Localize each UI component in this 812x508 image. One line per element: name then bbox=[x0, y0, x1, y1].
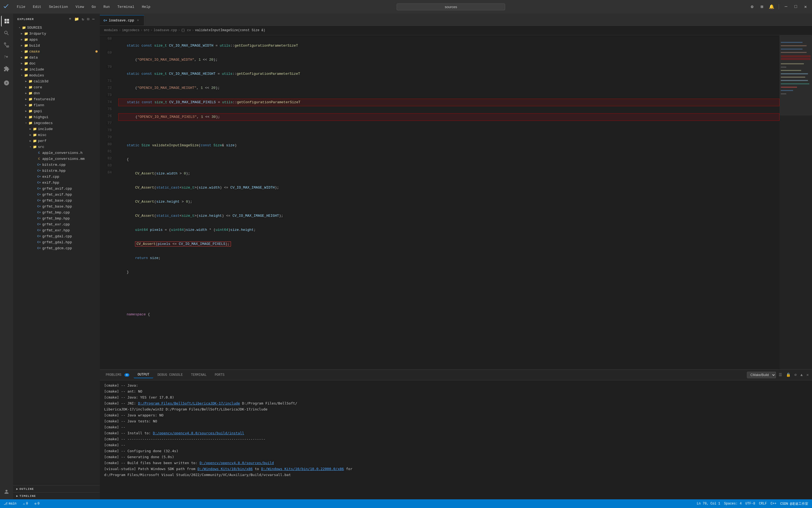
activity-source-control[interactable] bbox=[1, 40, 12, 50]
tree-item-apple-h[interactable]: ▶ C apple_conversions.h bbox=[13, 150, 100, 156]
activity-ai[interactable] bbox=[1, 78, 12, 88]
tree-item-apps[interactable]: ▶ 📁 apps bbox=[13, 37, 100, 43]
tree-item-doc[interactable]: ▶ 📁 doc bbox=[13, 60, 100, 67]
tab-debug-console[interactable]: DEBUG CONSOLE bbox=[154, 372, 187, 378]
tree-item-data[interactable]: ▶ 📁 data bbox=[13, 54, 100, 60]
tree-item-flann[interactable]: ▶ 📁 flann bbox=[13, 102, 100, 108]
build-link[interactable]: D:/opencv/opencv4.8.0/sources/build bbox=[199, 461, 274, 465]
tree-item-features2d[interactable]: ▶ 📁 features2d bbox=[13, 96, 100, 102]
notifications-btn[interactable]: 🔔 bbox=[768, 3, 775, 10]
menu-go[interactable]: Go bbox=[88, 4, 99, 10]
breadcrumb-modules[interactable]: modules bbox=[104, 29, 118, 32]
tree-item-grfmt-gdal-cpp[interactable]: ▶ C+ grfmt_gdal.cpp bbox=[13, 233, 100, 239]
new-folder-icon[interactable]: 📁 bbox=[74, 16, 80, 22]
terminal-dropdown[interactable]: CMake/Build bbox=[747, 372, 776, 378]
lock-btn[interactable]: 🔒 bbox=[785, 372, 792, 378]
tree-item-dnn[interactable]: ▶ 📁 dnn bbox=[13, 90, 100, 96]
tab-close-btn[interactable]: × bbox=[136, 18, 140, 23]
breadcrumb-file[interactable]: loadsave.cpp bbox=[153, 29, 177, 32]
activity-explorer[interactable] bbox=[1, 16, 12, 27]
breadcrumb-src[interactable]: src bbox=[144, 29, 150, 32]
menu-terminal[interactable]: Terminal bbox=[114, 4, 138, 10]
status-errors[interactable]: ⚠ 0 bbox=[22, 502, 30, 506]
search-input[interactable] bbox=[397, 3, 505, 10]
tree-item-gapi[interactable]: ▶ 📁 gapi bbox=[13, 108, 100, 114]
tree-item-apple-mm[interactable]: ▶ C apple_conversions.mm bbox=[13, 156, 100, 162]
install-link[interactable]: D:/opencv/opencv4.8.0/sources/build/inst… bbox=[153, 431, 244, 435]
tree-root-sources[interactable]: ▾ 📁 SOURCES bbox=[13, 25, 100, 31]
menu-run[interactable]: Run bbox=[100, 4, 113, 10]
tree-item-exif-hpp[interactable]: ▶ C+ exif.hpp bbox=[13, 180, 100, 185]
tree-item-build[interactable]: ▶ 📁 build bbox=[13, 43, 100, 48]
menu-file[interactable]: File bbox=[13, 4, 29, 10]
activity-account[interactable] bbox=[1, 486, 12, 497]
collapse-all-icon[interactable]: ⊟ bbox=[86, 16, 90, 22]
tab-ports[interactable]: PORTS bbox=[211, 372, 228, 378]
close-btn[interactable]: ✕ bbox=[802, 3, 809, 10]
status-indentation[interactable]: Spaces: 4 bbox=[723, 502, 743, 506]
status-cursor-pos[interactable]: Ln 70, Col 1 bbox=[695, 502, 722, 506]
timeline-section-header[interactable]: ▶ TIMELINE bbox=[13, 492, 100, 499]
tree-item-grfmt-base-cpp[interactable]: ▶ C+ grfmt_base.cpp bbox=[13, 198, 100, 204]
tree-item-grfmt-exr-hpp[interactable]: ▶ C+ grfmt_exr.hpp bbox=[13, 227, 100, 233]
tab-problems[interactable]: PROBLEMS 6 bbox=[102, 372, 133, 378]
jni-link[interactable]: D:/Program Files/BellSoft/LibericaJDK-17… bbox=[138, 401, 240, 405]
breadcrumb-imgcodecs[interactable]: imgcodecs bbox=[122, 29, 140, 32]
activity-extensions[interactable] bbox=[1, 64, 12, 74]
tree-item-core[interactable]: ▶ 📁 core bbox=[13, 84, 100, 90]
breadcrumb-namespace[interactable]: {} cv bbox=[181, 29, 191, 32]
maximize-btn[interactable]: □ bbox=[792, 3, 800, 10]
open-remote-btn[interactable]: ⊞ bbox=[758, 3, 766, 10]
status-warnings[interactable]: ⊘ 0 bbox=[33, 502, 41, 506]
tree-item-imgcodecs-include[interactable]: ▶ 📁 include bbox=[13, 126, 100, 132]
refresh-icon[interactable]: ↻ bbox=[81, 16, 85, 22]
tree-item-grfmt-exr-cpp[interactable]: ▶ C+ grfmt_exr.cpp bbox=[13, 221, 100, 227]
menu-help[interactable]: Help bbox=[139, 4, 153, 10]
tree-item-bitstrm-cpp[interactable]: ▶ C+ bitstrm.cpp bbox=[13, 162, 100, 168]
tab-output[interactable]: OUTPUT bbox=[134, 372, 153, 378]
activity-search[interactable] bbox=[1, 28, 12, 39]
tree-item-grfmt-gdcm-cpp[interactable]: ▶ C+ grfmt_gdcm.cpp bbox=[13, 245, 100, 251]
tree-item-grfmt-gdal-hpp[interactable]: ▶ C+ grfmt_gdal.hpp bbox=[13, 239, 100, 245]
tree-item-misc[interactable]: ▶ 📁 misc bbox=[13, 132, 100, 138]
tree-item-grfmt-bmp-cpp[interactable]: ▶ C+ grfmt_bmp.cpp bbox=[13, 209, 100, 215]
breadcrumb-function[interactable]: validateInputImageSize(const Size &) bbox=[195, 29, 265, 32]
menu-edit[interactable]: Edit bbox=[30, 4, 44, 10]
tree-item-exif-cpp[interactable]: ▶ C+ exif.cpp bbox=[13, 174, 100, 180]
menu-view[interactable]: View bbox=[72, 4, 87, 10]
tree-item-calib3d[interactable]: ▶ 📁 calib3d bbox=[13, 78, 100, 84]
maximize-panel-btn[interactable]: ▲ bbox=[799, 372, 804, 378]
sdk-path-link2[interactable]: D:/Windows Kits/10/bin/10.0.22000.0/x86 bbox=[261, 467, 344, 471]
menu-selection[interactable]: Selection bbox=[45, 4, 71, 10]
close-panel-btn[interactable]: ✕ bbox=[806, 372, 810, 378]
tree-item-grfmt-avif-hpp[interactable]: ▶ C+ grfmt_avif.hpp bbox=[13, 192, 100, 198]
new-file-icon[interactable]: + bbox=[68, 16, 72, 22]
minimize-btn[interactable]: ─ bbox=[782, 3, 790, 10]
tree-item-grfmt-base-hpp[interactable]: ▶ C+ grfmt_base.hpp bbox=[13, 204, 100, 209]
outline-section-header[interactable]: ▶ OUTLINE bbox=[13, 485, 100, 492]
tree-item-grfmt-bmp-hpp[interactable]: ▶ C+ grfmt_bmp.hpp bbox=[13, 215, 100, 221]
status-line-ending[interactable]: CRLF bbox=[757, 502, 768, 506]
tab-terminal[interactable]: TERMINAL bbox=[187, 372, 210, 378]
code-editor[interactable]: 68 69 70 71 72 73 74 75 76 77 78 bbox=[100, 35, 812, 369]
tree-item-3rdparty[interactable]: ▶ 📁 3rdparty bbox=[13, 31, 100, 37]
status-language[interactable]: C++ bbox=[769, 502, 778, 506]
tree-item-src[interactable]: ▾ 📁 src bbox=[13, 144, 100, 150]
tree-item-grfmt-avif-cpp[interactable]: ▶ C+ grfmt_avif.cpp bbox=[13, 185, 100, 192]
tree-item-imgcodecs[interactable]: ▾ 📁 imgcodecs bbox=[13, 120, 100, 126]
tree-item-highgui[interactable]: ▶ 📁 highgui bbox=[13, 114, 100, 120]
tab-loadsave-cpp[interactable]: C+ loadsave.cpp × bbox=[100, 15, 144, 26]
more-actions-icon[interactable]: ⋯ bbox=[92, 16, 95, 22]
tree-item-include[interactable]: ▶ 📁 include bbox=[13, 67, 100, 72]
activity-run-debug[interactable] bbox=[1, 51, 12, 62]
tree-item-cmake[interactable]: ▾ 📁 cmake bbox=[13, 48, 100, 54]
sdk-path-link1[interactable]: D:/Windows Kits/10/bin/x86 bbox=[197, 467, 253, 471]
clear-btn[interactable]: ⊘ bbox=[793, 372, 798, 378]
tree-item-perf[interactable]: ▶ 📁 perf bbox=[13, 138, 100, 144]
settings-btn[interactable]: ⚙ bbox=[748, 3, 756, 10]
tree-item-bitstrm-hpp[interactable]: ▶ C+ bitstrm.hpp bbox=[13, 168, 100, 174]
status-encoding[interactable]: UTF-8 bbox=[744, 502, 757, 506]
list-view-btn[interactable]: ☰ bbox=[778, 372, 783, 378]
tree-item-modules[interactable]: ▾ 📁 modules bbox=[13, 72, 100, 78]
status-branch[interactable]: ⎇ main bbox=[2, 502, 18, 506]
